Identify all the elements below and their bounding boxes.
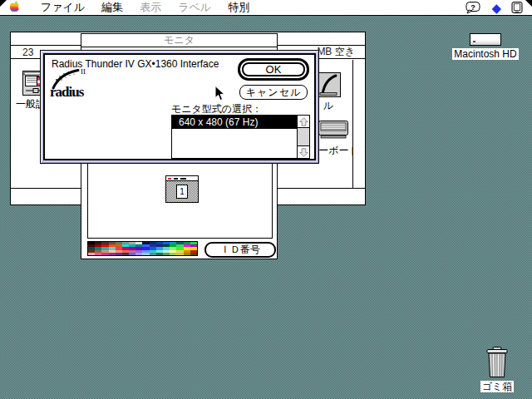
menu-view[interactable]: 表示 (131, 0, 170, 15)
application-menu-icon[interactable] (511, 2, 524, 14)
help-balloon-icon[interactable]: ? (466, 2, 481, 14)
menu-bar: ファイル 編集 表示 ラベル 特別 ? ◆ (0, 0, 532, 16)
cancel-button[interactable]: キャンセル (239, 85, 308, 100)
radius-mark: II (81, 67, 86, 76)
hard-disk-icon[interactable] (470, 33, 501, 46)
desktop-icon-macintosh-hd[interactable]: Macintosh HD (449, 33, 522, 61)
scroll-down-arrow-icon (299, 148, 308, 157)
monitor-number-badge: 1 (176, 185, 188, 199)
scroll-up-button[interactable] (298, 116, 309, 128)
menu-label[interactable]: ラベル (170, 0, 219, 15)
radius-dialog: Radius Thunder IV GX•1360 Interface II r… (40, 50, 319, 164)
svg-text:?: ? (471, 2, 476, 11)
monitor-arrangement-pane[interactable]: 1 (87, 163, 273, 239)
radius-logo: II radius (48, 66, 100, 101)
menu-edit[interactable]: 編集 (93, 0, 131, 15)
ok-button-label: OK (266, 63, 282, 76)
hidden-icon-label: ル (322, 100, 335, 111)
scroll-down-button[interactable] (298, 145, 309, 158)
menu-file[interactable]: ファイル (32, 0, 93, 15)
monitors-titlebar[interactable]: モニタ (81, 34, 277, 47)
mouse-cursor-icon (214, 86, 226, 102)
lever-icon[interactable] (316, 72, 341, 97)
scroll-up-arrow-icon (299, 117, 308, 126)
id-number-button-label: ＩＤ番号 (220, 243, 260, 257)
color-ramp (87, 241, 198, 256)
monitor-type-list[interactable]: 532 x 399 (67 Hz) (171, 115, 310, 159)
trash-icon[interactable] (483, 347, 511, 378)
monitors-window-title: モニタ (164, 33, 195, 47)
id-number-button[interactable]: ＩＤ番号 (204, 242, 276, 258)
monitor-1-thumbnail[interactable]: 1 (165, 175, 199, 203)
mini-apple-icon (168, 178, 171, 180)
ok-button[interactable]: OK (242, 62, 305, 76)
vertical-scrollbar[interactable] (352, 60, 365, 188)
apple-menu[interactable] (8, 1, 21, 14)
trash-icon-label: ゴミ箱 (480, 381, 515, 392)
mini-menu-dash (174, 178, 178, 180)
cancel-button-label: キャンセル (246, 86, 301, 100)
color-ramp-row (88, 253, 197, 255)
desktop-icon-trash[interactable]: ゴミ箱 (462, 347, 532, 393)
hd-icon-label: Macintosh HD (452, 48, 518, 60)
list-item-532x399[interactable]: 532 x 399 (67 Hz) (172, 116, 297, 129)
default-button-ring: OK (238, 58, 309, 81)
mini-menubar (166, 176, 198, 181)
list-item-label: 532 x 399 (67 Hz) (179, 116, 258, 128)
keyboard-icon[interactable] (318, 117, 349, 142)
radius-wordmark: radius (50, 85, 83, 99)
item-count: 23 (22, 47, 33, 58)
keyboard-menu-diamond-icon[interactable]: ◆ (491, 2, 501, 14)
list-scrollbar[interactable] (297, 116, 309, 158)
radius-dialog-inner: Radius Thunder IV GX•1360 Interface II r… (43, 53, 316, 160)
menu-special[interactable]: 特別 (219, 0, 258, 15)
mini-menu-dash (180, 178, 186, 180)
apple-logo-icon (8, 1, 21, 14)
disk-free: MB 空き (317, 45, 355, 59)
